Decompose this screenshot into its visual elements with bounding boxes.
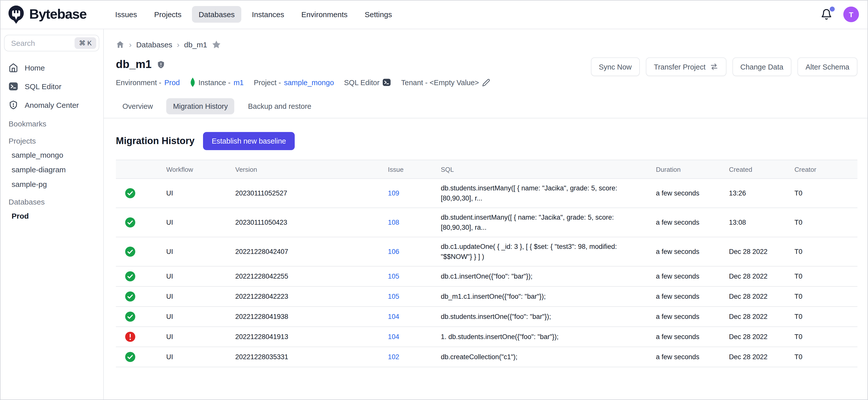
change-data-button[interactable]: Change Data xyxy=(732,57,792,76)
cell-created: Dec 28 2022 xyxy=(729,313,795,321)
nav-item-issues[interactable]: Issues xyxy=(108,6,144,23)
project-link[interactable]: sample_mongo xyxy=(284,78,334,86)
breadcrumb-current: db_m1 xyxy=(184,40,207,49)
section-label-bookmarks: Bookmarks xyxy=(4,116,99,130)
bytebase-logo[interactable]: Bytebase xyxy=(7,5,86,24)
instance-link[interactable]: m1 xyxy=(234,78,244,86)
breadcrumb-databases[interactable]: Databases xyxy=(136,40,172,49)
column-header-sql: SQL xyxy=(441,165,656,173)
table-row[interactable]: UI20230111050423108db.student.insertMany… xyxy=(116,208,858,237)
cell-workflow: UI xyxy=(166,219,235,226)
sidebar-item-label: SQL Editor xyxy=(25,82,61,91)
meta-project: Project - sample_mongo xyxy=(254,78,334,86)
table-header: WorkflowVersionIssueSQLDurationCreatedCr… xyxy=(116,160,858,179)
cell-workflow: UI xyxy=(166,353,235,361)
cell-creator: T0 xyxy=(795,313,858,321)
cell-version: 20221228042255 xyxy=(235,273,388,280)
sidebar-item-sql-editor[interactable]: SQL Editor xyxy=(4,78,99,95)
status-success-icon xyxy=(116,271,166,282)
issue-link[interactable]: 102 xyxy=(388,353,441,361)
sql-editor-icon xyxy=(383,78,391,87)
column-header-workflow: Workflow xyxy=(166,165,235,173)
issue-link[interactable]: 106 xyxy=(388,248,441,256)
column-header-created: Created xyxy=(729,165,795,173)
sidebar-item-prod[interactable]: Prod xyxy=(4,209,99,223)
cell-created: Dec 28 2022 xyxy=(729,273,795,280)
column-header-version: Version xyxy=(235,165,388,173)
search-input[interactable] xyxy=(10,38,74,48)
issue-link[interactable]: 105 xyxy=(388,293,441,301)
cell-sql: db.students.insertOne({"foo": "bar"}); xyxy=(441,312,656,322)
issue-link[interactable]: 108 xyxy=(388,219,441,226)
main-area: › Databases › db_m1 db_m1 xyxy=(104,29,868,400)
home-icon xyxy=(8,63,18,72)
table-row[interactable]: UI20221228041938104db.students.insertOne… xyxy=(116,307,858,327)
table-row[interactable]: UI202212280419131041. db.students.insert… xyxy=(116,327,858,347)
database-meta: Environment - Prod Instance - m1 Project… xyxy=(116,78,858,87)
cell-workflow: UI xyxy=(166,273,235,280)
nav-item-projects[interactable]: Projects xyxy=(148,6,188,23)
cell-duration: a few seconds xyxy=(656,353,729,361)
nav-item-instances[interactable]: Instances xyxy=(245,6,291,23)
cell-version: 20230111052527 xyxy=(235,189,388,197)
tab-overview[interactable]: Overview xyxy=(116,98,159,114)
search-box[interactable]: ⌘ K xyxy=(4,35,99,51)
sync-now-button[interactable]: Sync Now xyxy=(591,57,640,76)
issue-link[interactable]: 104 xyxy=(388,333,441,341)
cell-creator: T0 xyxy=(795,273,858,280)
sidebar-item-home[interactable]: Home xyxy=(4,59,99,76)
nav-item-databases[interactable]: Databases xyxy=(192,6,241,23)
cell-version: 20230111050423 xyxy=(235,219,388,226)
sidebar-item-anomaly-center[interactable]: Anomaly Center xyxy=(4,97,99,113)
table-row[interactable]: UI20221228042223105db_m1.c1.insertOne({"… xyxy=(116,287,858,307)
cell-duration: a few seconds xyxy=(656,273,729,280)
table-row[interactable]: UI20221228035331102db.createCollection("… xyxy=(116,347,858,368)
tab-backup-and-restore[interactable]: Backup and restore xyxy=(241,98,318,114)
nav-item-settings[interactable]: Settings xyxy=(358,6,399,23)
mongodb-leaf-icon xyxy=(190,78,195,87)
status-success-icon xyxy=(116,247,166,257)
cell-version: 20221228041938 xyxy=(235,313,388,321)
issue-link[interactable]: 109 xyxy=(388,189,441,197)
sidebar-item-sample-pg[interactable]: sample-pg xyxy=(4,177,99,191)
cell-duration: a few seconds xyxy=(656,333,729,341)
establish-baseline-button[interactable]: Establish new baseline xyxy=(203,132,294,150)
tab-migration-history[interactable]: Migration History xyxy=(166,98,235,114)
edit-pencil-icon[interactable] xyxy=(482,78,490,86)
main-nav: IssuesProjectsDatabasesInstancesEnvironm… xyxy=(108,6,399,23)
status-success-icon xyxy=(116,352,166,363)
cell-duration: a few seconds xyxy=(656,293,729,301)
cell-duration: a few seconds xyxy=(656,313,729,321)
cell-version: 20221228042407 xyxy=(235,248,388,256)
meta-sql-editor[interactable]: SQL Editor xyxy=(344,78,391,87)
favorite-star-icon[interactable] xyxy=(212,40,221,50)
cell-version: 20221228041913 xyxy=(235,333,388,341)
table-row[interactable]: UI20221228042255105db.c1.insertOne({"foo… xyxy=(116,267,858,287)
cell-creator: T0 xyxy=(795,293,858,301)
alter-schema-button[interactable]: Alter Schema xyxy=(798,57,858,76)
column-header-duration: Duration xyxy=(656,165,729,173)
status-success-icon xyxy=(116,188,166,198)
meta-environment: Environment - Prod xyxy=(116,78,180,86)
breadcrumb-separator: › xyxy=(129,40,132,49)
cell-created: Dec 28 2022 xyxy=(729,293,795,301)
issue-link[interactable]: 104 xyxy=(388,313,441,321)
table-row[interactable]: UI20230111052527109db.students.insertMan… xyxy=(116,179,858,208)
cell-created: Dec 28 2022 xyxy=(729,353,795,361)
avatar[interactable]: T xyxy=(843,6,859,22)
cell-creator: T0 xyxy=(795,353,858,361)
cell-created: Dec 28 2022 xyxy=(729,248,795,256)
nav-item-environments[interactable]: Environments xyxy=(295,6,354,23)
bytebase-logo-icon xyxy=(7,5,25,24)
breadcrumb-home-icon[interactable] xyxy=(116,40,124,49)
transfer-project-button[interactable]: Transfer Project xyxy=(646,57,726,76)
sidebar-sections: BookmarksProjectssample_mongosample-diag… xyxy=(4,116,99,223)
notification-bell-icon[interactable] xyxy=(820,8,832,20)
sidebar-item-sample-mongo[interactable]: sample_mongo xyxy=(4,148,99,162)
sidebar-item-sample-diagram[interactable]: sample-diagram xyxy=(4,162,99,177)
cell-created: Dec 28 2022 xyxy=(729,333,795,341)
breadcrumb: › Databases › db_m1 xyxy=(116,29,858,50)
environment-link[interactable]: Prod xyxy=(164,78,180,86)
table-row[interactable]: UI20221228042407106db.c1.updateOne( { _i… xyxy=(116,238,858,267)
issue-link[interactable]: 105 xyxy=(388,273,441,280)
